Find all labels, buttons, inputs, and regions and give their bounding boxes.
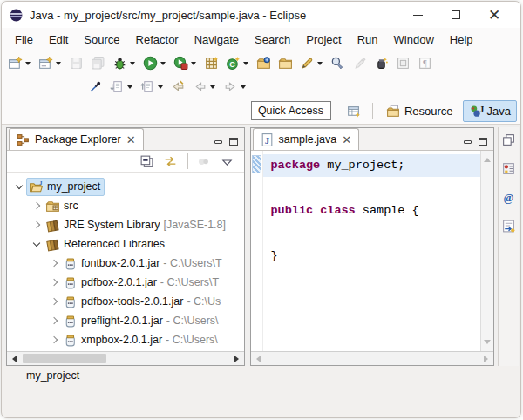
open-type-button[interactable] — [371, 54, 391, 72]
dropdown-arrow-icon[interactable] — [56, 62, 61, 68]
tree-item-xmpbox-2-0-1-jar[interactable]: xmpbox-2.0.1.jar - C:\Users\ — [7, 330, 244, 349]
javadoc-button[interactable]: @ — [499, 188, 519, 207]
perspective-resource-button[interactable]: Resource — [380, 100, 459, 122]
tab-sample-java[interactable]: J sample.java ✕ — [253, 128, 360, 150]
pin-editor-button[interactable] — [393, 54, 413, 72]
chevron-down-icon[interactable] — [30, 237, 44, 251]
new-class-button[interactable]: C — [223, 54, 252, 72]
open-folder-button[interactable] — [275, 54, 295, 72]
tree-item-referenced-libraries[interactable]: Referenced Libraries — [7, 234, 244, 254]
code-line-1[interactable]: package my_project; — [263, 154, 481, 177]
tree-item-my-project[interactable]: Jmy_project — [7, 177, 244, 196]
search-button[interactable] — [328, 54, 348, 72]
editor-hscrollbar[interactable] — [251, 351, 494, 365]
menu-refactor[interactable]: Refactor — [128, 30, 187, 49]
annotation-pen-button[interactable] — [297, 54, 326, 72]
minimize-editor-icon[interactable] — [464, 140, 472, 144]
scroll-up-icon[interactable] — [484, 154, 491, 162]
tab-close-icon[interactable]: ✕ — [126, 134, 137, 146]
tree-item-fontbox-2-0-1-jar[interactable]: fontbox-2.0.1.jar - C:\Users\T — [7, 254, 244, 273]
chevron-right-icon[interactable] — [47, 333, 61, 347]
code-line-5[interactable]: } — [263, 245, 481, 268]
tree-item-src[interactable]: src — [7, 196, 244, 215]
next-annotation-button[interactable] — [107, 78, 136, 96]
task-list-button[interactable] — [499, 159, 519, 178]
menu-edit[interactable]: Edit — [41, 30, 76, 49]
chevron-right-icon[interactable] — [47, 275, 61, 289]
code-line-3[interactable]: public class sample { — [263, 200, 481, 222]
forward-button[interactable] — [221, 78, 249, 96]
chevron-right-icon[interactable] — [47, 256, 61, 270]
scroll-left-icon[interactable] — [251, 352, 265, 366]
editor-ruler[interactable] — [251, 151, 263, 351]
run-button[interactable] — [140, 54, 169, 72]
menu-search[interactable]: Search — [247, 30, 298, 49]
new-java-project-button[interactable] — [201, 54, 221, 72]
code-area[interactable]: package my_project;public class sample {… — [263, 151, 481, 351]
dropdown-arrow-icon[interactable] — [130, 62, 135, 68]
chevron-right-icon[interactable] — [30, 199, 44, 213]
menu-help[interactable]: Help — [442, 30, 481, 49]
code-line-4[interactable] — [263, 222, 481, 245]
dropdown-arrow-icon[interactable] — [127, 85, 132, 91]
minimize-button[interactable] — [398, 3, 437, 26]
editor-vscrollbar[interactable] — [480, 151, 493, 351]
dropdown-arrow-icon[interactable] — [160, 62, 166, 68]
open-perspective-button[interactable] — [343, 102, 363, 120]
chevron-down-icon[interactable] — [12, 180, 26, 193]
maximize-button[interactable] — [437, 3, 475, 26]
restore-views-button[interactable] — [499, 131, 519, 149]
package-explorer-hscrollbar[interactable] — [7, 351, 244, 365]
declaration-button[interactable] — [499, 217, 519, 235]
tree-item-pdfbox-tools-2-0-1-jar[interactable]: pdfbox-tools-2.0.1.jar - C:\Us — [7, 292, 244, 311]
menu-navigate[interactable]: Navigate — [187, 30, 247, 49]
tab-close-icon[interactable]: ✕ — [341, 134, 352, 146]
open-task-button[interactable] — [254, 54, 274, 72]
menu-project[interactable]: Project — [298, 30, 349, 49]
dropdown-arrow-icon[interactable] — [191, 62, 196, 68]
scroll-down-icon[interactable] — [484, 340, 491, 348]
dropdown-arrow-icon[interactable] — [241, 85, 246, 91]
debug-button[interactable] — [110, 54, 139, 72]
close-button[interactable]: ✕ — [475, 3, 513, 26]
perspective-java-button[interactable]: J Java — [463, 100, 517, 122]
last-edit-location-button[interactable] — [168, 78, 188, 96]
dropdown-arrow-icon[interactable] — [317, 62, 323, 68]
minimize-view-icon[interactable] — [214, 140, 222, 144]
collapse-all-button[interactable] — [137, 152, 157, 171]
back-button[interactable] — [190, 78, 219, 96]
viewmenu-icon — [220, 154, 234, 169]
new-button[interactable] — [5, 54, 34, 72]
link-with-selection-button[interactable] — [85, 78, 105, 96]
previous-annotation-button[interactable] — [138, 78, 166, 96]
maximize-view-icon[interactable] — [229, 138, 238, 146]
scroll-left-icon[interactable] — [7, 352, 21, 366]
new-wizard-button[interactable] — [36, 54, 65, 72]
scroll-right-icon[interactable] — [479, 352, 493, 366]
dropdown-arrow-icon[interactable] — [25, 62, 31, 68]
chevron-right-icon[interactable] — [30, 218, 44, 232]
tree-item-pdfbox-2-0-1-jar[interactable]: pdfbox-2.0.1.jar - C:\Users\T — [7, 273, 244, 292]
tree-item-preflight-2-0-1-jar[interactable]: preflight-2.0.1.jar - C:\Users\ — [7, 311, 244, 330]
coverage-button[interactable] — [171, 54, 200, 72]
link-with-editor-button[interactable] — [160, 152, 180, 171]
chevron-right-icon[interactable] — [47, 295, 61, 308]
menu-window[interactable]: Window — [386, 30, 442, 49]
scroll-right-icon[interactable] — [230, 352, 244, 366]
tree-item-jre-system-library[interactable]: JRE System Library [JavaSE-1.8] — [7, 215, 244, 234]
menu-source[interactable]: Source — [76, 30, 127, 49]
dropdown-arrow-icon[interactable] — [243, 62, 248, 68]
show-whitespace-button[interactable]: ¶ — [415, 54, 435, 72]
quick-access-input[interactable]: Quick Access — [251, 101, 331, 120]
menu-run[interactable]: Run — [350, 30, 386, 49]
dropdown-arrow-icon[interactable] — [158, 85, 163, 91]
back-icon — [193, 79, 207, 94]
code-line-2[interactable] — [263, 177, 481, 200]
dropdown-arrow-icon[interactable] — [210, 85, 215, 91]
scrollbar-thumb[interactable] — [23, 354, 106, 363]
view-menu-button[interactable] — [217, 152, 237, 171]
maximize-editor-icon[interactable] — [479, 138, 487, 146]
tab-package-explorer[interactable]: Package Explorer ✕ — [9, 128, 144, 150]
chevron-right-icon[interactable] — [47, 314, 61, 328]
menu-file[interactable]: File — [7, 30, 41, 49]
